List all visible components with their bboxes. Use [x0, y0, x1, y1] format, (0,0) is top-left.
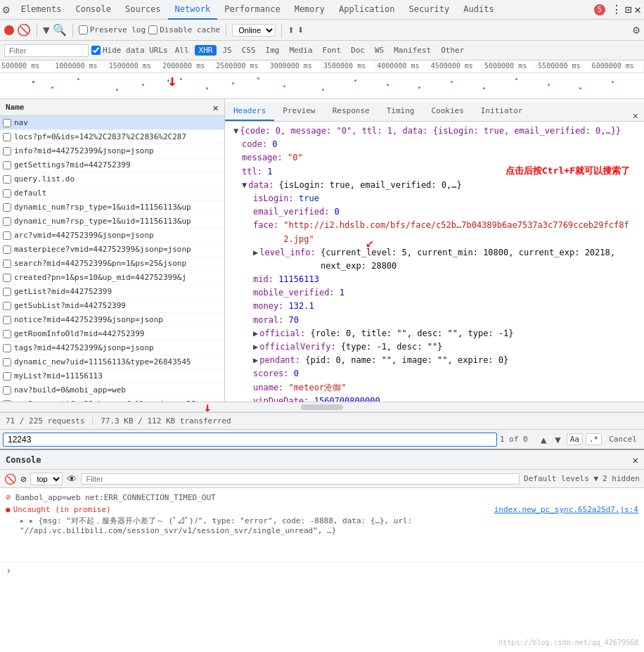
name-row-11[interactable]: created?pn=1&ps=10&up_mid=442752399&j [0, 271, 224, 285]
filter-manifest[interactable]: Manifest [389, 45, 435, 56]
filter-js[interactable]: JS [218, 45, 236, 56]
import-button[interactable]: ⬆ [288, 23, 295, 37]
console-clear-btn[interactable]: 🚫 [4, 473, 16, 485]
filter-img[interactable]: Img [262, 45, 284, 56]
json-root[interactable]: ▼ {code: 0, message: "0", ttl: 1, data: … [231, 124, 638, 138]
name-checkbox-1[interactable] [3, 133, 11, 141]
clear-button[interactable]: 🚫 [17, 23, 31, 37]
name-row-18[interactable]: myList?mid=11156113 [0, 369, 224, 383]
name-checkbox-7[interactable] [3, 217, 11, 226]
name-row-7[interactable]: dynamic_num?rsp_type=1&uid=11156113&up [0, 215, 224, 229]
name-checkbox-19[interactable] [3, 386, 11, 395]
tab-undock-btn[interactable]: ⊡ [625, 3, 632, 16]
search-cancel-btn[interactable]: Cancel [605, 433, 641, 445]
error-badge[interactable]: 5 [594, 4, 605, 15]
json-uname[interactable]: uname: "meteor沧御" [231, 381, 638, 395]
name-checkbox-5[interactable] [3, 189, 11, 198]
name-row-15[interactable]: getRoomInfoOld?mid=442752399 [0, 327, 224, 341]
name-row-5[interactable]: default [0, 186, 224, 200]
console-context-select[interactable]: top [30, 473, 63, 485]
tab-overflow-btn[interactable]: ⋮ [611, 3, 622, 16]
tab-elements[interactable]: Elements [14, 0, 69, 20]
console-prompt[interactable]: › [0, 561, 644, 579]
name-row-20[interactable]: get?msg_notify=1&show_unfollowed_msg=18 [0, 397, 224, 402]
tab-network[interactable]: Network [168, 0, 218, 20]
name-checkbox-15[interactable] [3, 330, 11, 338]
hide-data-urls-label[interactable]: Hide data URLs [91, 46, 168, 55]
detail-tab-cookies[interactable]: Cookies [423, 101, 472, 121]
tab-memory[interactable]: Memory [288, 0, 332, 20]
json-vipDueDate[interactable]: vipDueDate: 1560700800000 [231, 395, 638, 402]
name-checkbox-0[interactable] [3, 119, 11, 127]
filter-toggle-btn[interactable]: ▼ [43, 23, 50, 37]
filter-xhr[interactable]: XHR [195, 45, 217, 56]
json-moral[interactable]: moral: 70 [231, 314, 638, 327]
name-row-1[interactable]: locs?pf=0&ids=142%2C2837%2C2836%2C287 [0, 130, 224, 144]
name-row-12[interactable]: getList?mid=442752399 [0, 285, 224, 299]
json-scores[interactable]: scores: 0 [231, 367, 638, 381]
tab-console[interactable]: Console [68, 0, 118, 20]
name-row-17[interactable]: dynamic_new?uid=11156113&type=26843545 [0, 355, 224, 369]
json-official-verify[interactable]: ▶ officialVerify: {type: -1, desc: ""} [231, 340, 638, 354]
console-expand-icon[interactable]: ▸ [20, 516, 25, 525]
preserve-log-label[interactable]: Preserve log [79, 25, 146, 34]
name-checkbox-16[interactable] [3, 344, 11, 352]
name-checkbox-12[interactable] [3, 288, 11, 296]
tab-audits[interactable]: Audits [456, 0, 501, 20]
detail-tab-initiator[interactable]: Initiator [472, 101, 532, 121]
close-name-panel[interactable]: ✕ [213, 102, 219, 113]
detail-close-btn[interactable]: ✕ [627, 110, 644, 121]
name-row-3[interactable]: getSettings?mid=442752399 [0, 158, 224, 172]
name-row-9[interactable]: masterpiece?vmid=442752399&jsonp=jsonp [0, 243, 224, 257]
name-row-0[interactable]: nav [0, 116, 224, 130]
filter-font[interactable]: Font [318, 45, 346, 56]
search-prev-btn[interactable]: ▲ [538, 433, 549, 447]
json-official[interactable]: ▶ official: {role: 0, title: "", desc: "… [231, 327, 638, 340]
json-level-toggle[interactable]: ▶ [253, 246, 258, 260]
name-checkbox-10[interactable] [3, 260, 11, 268]
search-input[interactable] [3, 433, 497, 447]
filter-other[interactable]: Other [437, 45, 468, 56]
tab-sources[interactable]: Sources [118, 0, 168, 20]
console-pause-btn[interactable]: ⊘ [20, 473, 26, 485]
scrollbar-thumb[interactable] [301, 404, 343, 410]
search-next-btn[interactable]: ▼ [552, 433, 563, 447]
console-input[interactable] [15, 565, 638, 575]
json-root-toggle[interactable]: ▼ [233, 124, 238, 138]
filter-all[interactable]: All [171, 45, 193, 56]
name-checkbox-2[interactable] [3, 147, 11, 155]
tab-close-btn[interactable]: ✕ [634, 3, 641, 16]
detail-tab-response[interactable]: Response [324, 101, 378, 121]
json-pendant-toggle[interactable]: ▶ [253, 354, 258, 367]
filter-input[interactable] [4, 44, 89, 57]
preserve-log-checkbox[interactable] [79, 25, 88, 34]
console-error-link-1[interactable]: index.new_pc_sync.652a25d7.js:4 [494, 505, 638, 514]
console-filter-input[interactable] [81, 473, 520, 485]
json-message[interactable]: message: "0" [231, 151, 638, 165]
json-level-info[interactable]: ▶ level_info: {current_level: 5, current… [231, 246, 638, 273]
filter-ws[interactable]: WS [371, 45, 388, 56]
name-row-10[interactable]: search?mid=442752399&pn=1&ps=25&jsonp [0, 257, 224, 271]
name-checkbox-14[interactable] [3, 316, 11, 324]
name-checkbox-11[interactable] [3, 274, 11, 282]
detail-tab-headers[interactable]: Headers [225, 101, 274, 121]
json-face[interactable]: face: "http://i2.hdslb.com/bfs/face/c52b… [231, 219, 638, 245]
timeline-chart[interactable]: ↓ [0, 73, 644, 99]
hide-data-urls-checkbox[interactable] [91, 46, 101, 55]
record-button[interactable] [4, 25, 14, 35]
search-regex-btn[interactable]: .* [586, 433, 602, 445]
name-checkbox-8[interactable] [3, 231, 11, 240]
json-islogin[interactable]: isLogin: true [231, 192, 638, 205]
json-official-toggle[interactable]: ▶ [253, 327, 258, 340]
filter-doc[interactable]: Doc [347, 45, 369, 56]
name-row-19[interactable]: nav?build=0&mobi_app=web [0, 383, 224, 397]
throttle-select[interactable]: Online [232, 24, 276, 37]
devtools-icon[interactable]: ⚙ [3, 3, 10, 16]
json-code[interactable]: code: 0 [231, 138, 638, 151]
json-mid[interactable]: mid: 11156113 [231, 273, 638, 286]
disable-cache-checkbox[interactable] [148, 25, 157, 34]
name-checkbox-18[interactable] [3, 372, 11, 381]
json-officialverify-toggle[interactable]: ▶ [253, 340, 258, 354]
console-levels-btn[interactable]: Default levels ▼ [524, 474, 598, 483]
name-row-13[interactable]: getSubList?mid=442752399 [0, 299, 224, 313]
